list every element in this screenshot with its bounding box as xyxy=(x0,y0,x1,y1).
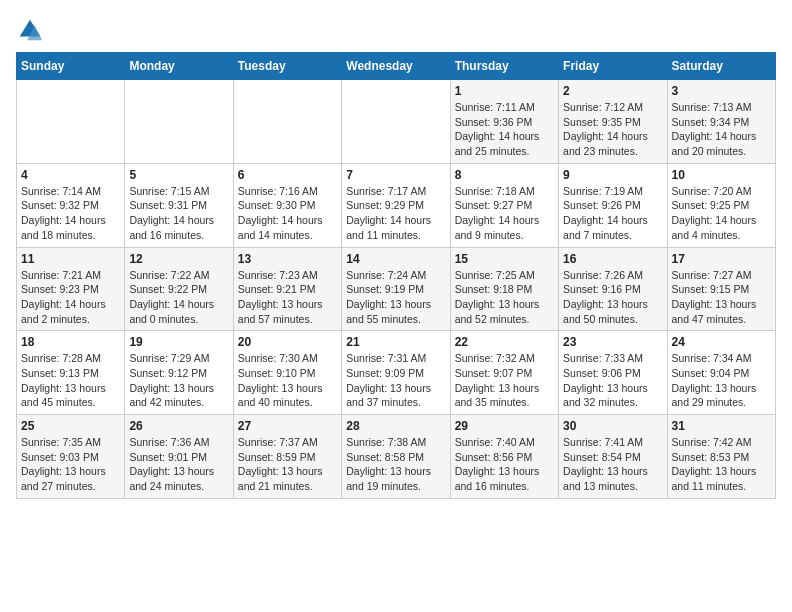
day-number: 23 xyxy=(563,335,662,349)
day-info: Sunrise: 7:17 AMSunset: 9:29 PMDaylight:… xyxy=(346,184,445,243)
day-number: 27 xyxy=(238,419,337,433)
column-header-thursday: Thursday xyxy=(450,53,558,80)
calendar-header-row: SundayMondayTuesdayWednesdayThursdayFrid… xyxy=(17,53,776,80)
calendar-cell: 21Sunrise: 7:31 AMSunset: 9:09 PMDayligh… xyxy=(342,331,450,415)
day-info: Sunrise: 7:12 AMSunset: 9:35 PMDaylight:… xyxy=(563,100,662,159)
calendar-cell: 10Sunrise: 7:20 AMSunset: 9:25 PMDayligh… xyxy=(667,163,775,247)
day-info: Sunrise: 7:29 AMSunset: 9:12 PMDaylight:… xyxy=(129,351,228,410)
calendar-cell: 20Sunrise: 7:30 AMSunset: 9:10 PMDayligh… xyxy=(233,331,341,415)
calendar-cell: 4Sunrise: 7:14 AMSunset: 9:32 PMDaylight… xyxy=(17,163,125,247)
calendar-week-row: 11Sunrise: 7:21 AMSunset: 9:23 PMDayligh… xyxy=(17,247,776,331)
day-number: 5 xyxy=(129,168,228,182)
calendar-cell: 3Sunrise: 7:13 AMSunset: 9:34 PMDaylight… xyxy=(667,80,775,164)
day-number: 30 xyxy=(563,419,662,433)
calendar-cell: 19Sunrise: 7:29 AMSunset: 9:12 PMDayligh… xyxy=(125,331,233,415)
calendar-cell: 17Sunrise: 7:27 AMSunset: 9:15 PMDayligh… xyxy=(667,247,775,331)
day-info: Sunrise: 7:16 AMSunset: 9:30 PMDaylight:… xyxy=(238,184,337,243)
day-info: Sunrise: 7:18 AMSunset: 9:27 PMDaylight:… xyxy=(455,184,554,243)
calendar-cell xyxy=(233,80,341,164)
day-info: Sunrise: 7:35 AMSunset: 9:03 PMDaylight:… xyxy=(21,435,120,494)
day-info: Sunrise: 7:21 AMSunset: 9:23 PMDaylight:… xyxy=(21,268,120,327)
calendar-cell: 29Sunrise: 7:40 AMSunset: 8:56 PMDayligh… xyxy=(450,415,558,499)
calendar-week-row: 1Sunrise: 7:11 AMSunset: 9:36 PMDaylight… xyxy=(17,80,776,164)
calendar-cell: 1Sunrise: 7:11 AMSunset: 9:36 PMDaylight… xyxy=(450,80,558,164)
calendar-cell: 16Sunrise: 7:26 AMSunset: 9:16 PMDayligh… xyxy=(559,247,667,331)
calendar-cell: 11Sunrise: 7:21 AMSunset: 9:23 PMDayligh… xyxy=(17,247,125,331)
calendar-cell: 31Sunrise: 7:42 AMSunset: 8:53 PMDayligh… xyxy=(667,415,775,499)
day-number: 31 xyxy=(672,419,771,433)
day-info: Sunrise: 7:20 AMSunset: 9:25 PMDaylight:… xyxy=(672,184,771,243)
day-number: 13 xyxy=(238,252,337,266)
day-info: Sunrise: 7:19 AMSunset: 9:26 PMDaylight:… xyxy=(563,184,662,243)
calendar-cell: 14Sunrise: 7:24 AMSunset: 9:19 PMDayligh… xyxy=(342,247,450,331)
calendar-cell: 13Sunrise: 7:23 AMSunset: 9:21 PMDayligh… xyxy=(233,247,341,331)
day-number: 8 xyxy=(455,168,554,182)
day-number: 4 xyxy=(21,168,120,182)
column-header-friday: Friday xyxy=(559,53,667,80)
day-number: 6 xyxy=(238,168,337,182)
calendar-cell xyxy=(125,80,233,164)
calendar-cell: 30Sunrise: 7:41 AMSunset: 8:54 PMDayligh… xyxy=(559,415,667,499)
day-number: 24 xyxy=(672,335,771,349)
calendar-cell: 24Sunrise: 7:34 AMSunset: 9:04 PMDayligh… xyxy=(667,331,775,415)
calendar-cell: 18Sunrise: 7:28 AMSunset: 9:13 PMDayligh… xyxy=(17,331,125,415)
day-number: 9 xyxy=(563,168,662,182)
column-header-sunday: Sunday xyxy=(17,53,125,80)
calendar-cell: 5Sunrise: 7:15 AMSunset: 9:31 PMDaylight… xyxy=(125,163,233,247)
day-number: 1 xyxy=(455,84,554,98)
calendar-cell: 22Sunrise: 7:32 AMSunset: 9:07 PMDayligh… xyxy=(450,331,558,415)
calendar-cell: 27Sunrise: 7:37 AMSunset: 8:59 PMDayligh… xyxy=(233,415,341,499)
day-info: Sunrise: 7:28 AMSunset: 9:13 PMDaylight:… xyxy=(21,351,120,410)
day-info: Sunrise: 7:26 AMSunset: 9:16 PMDaylight:… xyxy=(563,268,662,327)
day-info: Sunrise: 7:33 AMSunset: 9:06 PMDaylight:… xyxy=(563,351,662,410)
day-info: Sunrise: 7:27 AMSunset: 9:15 PMDaylight:… xyxy=(672,268,771,327)
calendar-cell: 6Sunrise: 7:16 AMSunset: 9:30 PMDaylight… xyxy=(233,163,341,247)
day-number: 19 xyxy=(129,335,228,349)
column-header-wednesday: Wednesday xyxy=(342,53,450,80)
calendar-table: SundayMondayTuesdayWednesdayThursdayFrid… xyxy=(16,52,776,499)
day-number: 22 xyxy=(455,335,554,349)
day-info: Sunrise: 7:40 AMSunset: 8:56 PMDaylight:… xyxy=(455,435,554,494)
day-info: Sunrise: 7:38 AMSunset: 8:58 PMDaylight:… xyxy=(346,435,445,494)
day-info: Sunrise: 7:36 AMSunset: 9:01 PMDaylight:… xyxy=(129,435,228,494)
calendar-week-row: 18Sunrise: 7:28 AMSunset: 9:13 PMDayligh… xyxy=(17,331,776,415)
calendar-cell: 9Sunrise: 7:19 AMSunset: 9:26 PMDaylight… xyxy=(559,163,667,247)
day-info: Sunrise: 7:25 AMSunset: 9:18 PMDaylight:… xyxy=(455,268,554,327)
day-number: 3 xyxy=(672,84,771,98)
day-number: 17 xyxy=(672,252,771,266)
day-info: Sunrise: 7:32 AMSunset: 9:07 PMDaylight:… xyxy=(455,351,554,410)
day-number: 10 xyxy=(672,168,771,182)
page-header xyxy=(16,16,776,44)
day-number: 7 xyxy=(346,168,445,182)
calendar-week-row: 25Sunrise: 7:35 AMSunset: 9:03 PMDayligh… xyxy=(17,415,776,499)
column-header-tuesday: Tuesday xyxy=(233,53,341,80)
day-number: 2 xyxy=(563,84,662,98)
day-info: Sunrise: 7:15 AMSunset: 9:31 PMDaylight:… xyxy=(129,184,228,243)
day-info: Sunrise: 7:42 AMSunset: 8:53 PMDaylight:… xyxy=(672,435,771,494)
calendar-cell: 28Sunrise: 7:38 AMSunset: 8:58 PMDayligh… xyxy=(342,415,450,499)
calendar-cell: 12Sunrise: 7:22 AMSunset: 9:22 PMDayligh… xyxy=(125,247,233,331)
day-number: 11 xyxy=(21,252,120,266)
calendar-cell: 2Sunrise: 7:12 AMSunset: 9:35 PMDaylight… xyxy=(559,80,667,164)
day-info: Sunrise: 7:13 AMSunset: 9:34 PMDaylight:… xyxy=(672,100,771,159)
calendar-week-row: 4Sunrise: 7:14 AMSunset: 9:32 PMDaylight… xyxy=(17,163,776,247)
day-info: Sunrise: 7:24 AMSunset: 9:19 PMDaylight:… xyxy=(346,268,445,327)
calendar-cell: 7Sunrise: 7:17 AMSunset: 9:29 PMDaylight… xyxy=(342,163,450,247)
day-info: Sunrise: 7:23 AMSunset: 9:21 PMDaylight:… xyxy=(238,268,337,327)
day-number: 28 xyxy=(346,419,445,433)
calendar-cell: 8Sunrise: 7:18 AMSunset: 9:27 PMDaylight… xyxy=(450,163,558,247)
calendar-cell xyxy=(342,80,450,164)
day-number: 18 xyxy=(21,335,120,349)
logo-icon xyxy=(16,16,44,44)
calendar-cell: 15Sunrise: 7:25 AMSunset: 9:18 PMDayligh… xyxy=(450,247,558,331)
day-number: 21 xyxy=(346,335,445,349)
day-info: Sunrise: 7:22 AMSunset: 9:22 PMDaylight:… xyxy=(129,268,228,327)
calendar-cell: 26Sunrise: 7:36 AMSunset: 9:01 PMDayligh… xyxy=(125,415,233,499)
day-info: Sunrise: 7:31 AMSunset: 9:09 PMDaylight:… xyxy=(346,351,445,410)
day-number: 12 xyxy=(129,252,228,266)
day-info: Sunrise: 7:30 AMSunset: 9:10 PMDaylight:… xyxy=(238,351,337,410)
day-info: Sunrise: 7:34 AMSunset: 9:04 PMDaylight:… xyxy=(672,351,771,410)
day-number: 15 xyxy=(455,252,554,266)
day-number: 20 xyxy=(238,335,337,349)
day-number: 16 xyxy=(563,252,662,266)
